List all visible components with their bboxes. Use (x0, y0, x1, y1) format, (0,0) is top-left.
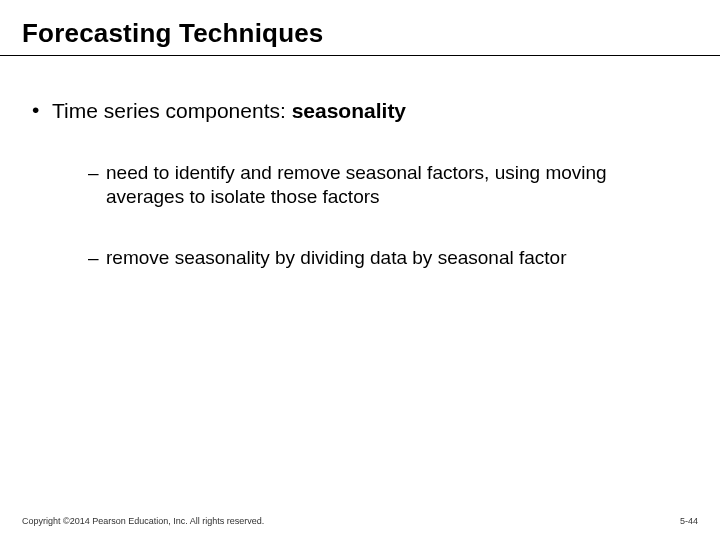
bullet-level2-text: remove seasonality by dividing data by s… (106, 246, 688, 270)
bullet-level2-text: need to identify and remove seasonal fac… (106, 161, 688, 210)
page-number: 5-44 (680, 516, 698, 526)
bullet-level2: – remove seasonality by dividing data by… (88, 246, 688, 270)
bullet-level2: – need to identify and remove seasonal f… (88, 161, 688, 210)
slide-body: • Time series components: seasonality – … (0, 56, 720, 270)
bullet-level1-text: Time series components: seasonality (52, 98, 688, 125)
copyright-text: Copyright ©2014 Pearson Education, Inc. … (22, 516, 264, 526)
bullet-dot-icon: • (32, 97, 52, 124)
bullet-level1: • Time series components: seasonality (32, 98, 688, 125)
bullet1-prefix: Time series components: (52, 99, 292, 122)
bullet1-bold: seasonality (292, 99, 406, 122)
dash-icon: – (88, 246, 106, 270)
slide-title: Forecasting Techniques (0, 0, 720, 55)
dash-icon: – (88, 161, 106, 210)
slide: Forecasting Techniques • Time series com… (0, 0, 720, 540)
slide-footer: Copyright ©2014 Pearson Education, Inc. … (0, 512, 720, 540)
